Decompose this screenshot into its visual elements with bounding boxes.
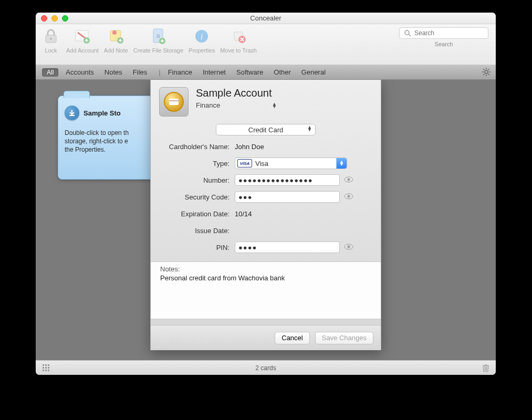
svg-line-24 — [488, 69, 489, 70]
svg-text:a: a — [157, 32, 160, 39]
cardholder-value[interactable]: John Doe — [235, 143, 371, 151]
category-software[interactable]: Software — [236, 68, 263, 76]
svg-rect-41 — [45, 370, 47, 371]
notes-label: Notes: — [151, 265, 381, 273]
search-icon — [404, 30, 411, 37]
number-input[interactable]: ●●●●●●●●●●●●●●●● — [235, 174, 340, 186]
svg-point-1 — [50, 38, 52, 40]
svg-rect-36 — [48, 364, 49, 366]
app-window: Concealer Lock Add Account Add Note a Cr — [36, 13, 496, 375]
filter-separator: | — [159, 68, 160, 76]
folder-tab-icon — [64, 91, 90, 98]
svg-line-21 — [483, 69, 484, 70]
add-note-button[interactable]: Add Note — [104, 26, 128, 54]
titlebar: Concealer — [36, 13, 496, 24]
pin-input[interactable]: ●●●● — [235, 242, 340, 253]
svg-rect-35 — [45, 364, 47, 366]
svg-point-31 — [348, 195, 350, 197]
filter-files[interactable]: Files — [133, 68, 147, 76]
create-file-storage-button[interactable]: a Create File Storage — [133, 26, 183, 54]
reveal-number-icon[interactable] — [344, 176, 353, 184]
subtype-select[interactable]: Credit Card ▲▼ — [216, 124, 316, 135]
svg-point-29 — [348, 178, 350, 181]
folder-title: Sample Sto — [84, 109, 121, 117]
cardholder-label: Cardholder's Name: — [160, 143, 235, 151]
save-changes-button[interactable]: Save Changes — [315, 332, 373, 344]
svg-rect-26 — [169, 99, 179, 105]
add-account-button[interactable]: Add Account — [66, 26, 99, 54]
pin-label: PIN: — [160, 244, 235, 251]
reveal-pin-icon[interactable] — [344, 244, 353, 251]
svg-rect-42 — [48, 370, 49, 371]
filter-all[interactable]: All — [42, 68, 58, 77]
properties-button[interactable]: i Properties — [189, 26, 215, 54]
svg-point-14 — [405, 30, 409, 35]
svg-rect-38 — [45, 367, 47, 369]
issue-date-label: Issue Date: — [160, 227, 235, 235]
number-label: Number: — [160, 176, 235, 184]
chevron-updown-icon: ▲▼ — [307, 126, 312, 131]
content-area: Sample Sto Double-click to open th stora… — [36, 80, 496, 360]
filter-accounts[interactable]: Accounts — [66, 68, 93, 76]
search-input[interactable] — [399, 27, 488, 39]
account-title: Sample Account — [196, 87, 280, 99]
filter-notes[interactable]: Notes — [105, 68, 122, 76]
category-general[interactable]: General — [301, 68, 326, 76]
chevron-updown-icon: ▲▼ — [336, 158, 347, 169]
svg-point-5 — [112, 30, 117, 35]
security-code-input[interactable]: ●●● — [235, 191, 340, 203]
svg-text:i: i — [201, 32, 203, 41]
svg-rect-34 — [43, 364, 44, 366]
lock-icon — [41, 26, 61, 46]
reveal-security-icon[interactable] — [344, 193, 353, 201]
expiration-value[interactable]: 10/14 — [235, 210, 371, 218]
svg-rect-40 — [43, 370, 44, 371]
category-other[interactable]: Other — [274, 68, 291, 76]
card-icon — [169, 99, 179, 105]
svg-line-15 — [409, 34, 411, 36]
filter-bar: All Accounts Notes Files | Finance Inter… — [36, 65, 496, 80]
account-editor-panel: Sample Account Finance ▲▼ Credit Card ▲▼… — [150, 80, 381, 350]
add-note-icon — [106, 26, 126, 46]
info-icon: i — [192, 26, 212, 46]
visa-icon: VISA — [237, 159, 252, 167]
svg-line-22 — [488, 74, 489, 75]
svg-point-33 — [348, 245, 350, 248]
trash-icon[interactable] — [482, 364, 489, 374]
toolbar: Lock Add Account Add Note a Create File … — [36, 24, 496, 65]
category-finance[interactable]: Finance — [168, 68, 192, 76]
issue-date-value[interactable] — [235, 235, 371, 236]
add-account-icon — [72, 26, 92, 46]
svg-line-23 — [483, 74, 484, 75]
notes-text[interactable]: Personal credit card from Wachovia bank — [151, 273, 381, 319]
status-text: 2 cards — [255, 364, 276, 372]
type-select[interactable]: VISA Visa ▲▼ — [235, 158, 347, 169]
category-internet[interactable]: Internet — [203, 68, 226, 76]
expiration-label: Expiration Date: — [160, 210, 235, 218]
trash-icon — [228, 26, 248, 46]
category-select[interactable]: Finance ▲▼ — [196, 101, 280, 109]
gear-icon[interactable] — [482, 68, 491, 78]
security-code-label: Security Code: — [160, 193, 235, 201]
chevron-updown-icon: ▲▼ — [272, 103, 277, 108]
svg-rect-37 — [43, 367, 44, 369]
status-bar: 2 cards — [36, 360, 496, 375]
move-to-trash-button[interactable]: Move to Trash — [220, 26, 257, 54]
folder-description: Double-click to open th storage, right-c… — [65, 129, 161, 154]
grid-view-icon[interactable] — [42, 364, 50, 374]
lock-button[interactable]: Lock — [41, 26, 61, 54]
cancel-button[interactable]: Cancel — [275, 332, 309, 344]
svg-rect-39 — [48, 367, 49, 369]
search-label: Search — [399, 41, 488, 47]
file-storage-icon: a — [148, 26, 168, 46]
account-icon[interactable] — [159, 87, 189, 117]
svg-point-16 — [485, 70, 488, 74]
svg-rect-27 — [169, 100, 179, 101]
type-label: Type: — [160, 160, 235, 167]
download-icon — [65, 106, 79, 120]
window-title: Concealer — [36, 14, 496, 22]
